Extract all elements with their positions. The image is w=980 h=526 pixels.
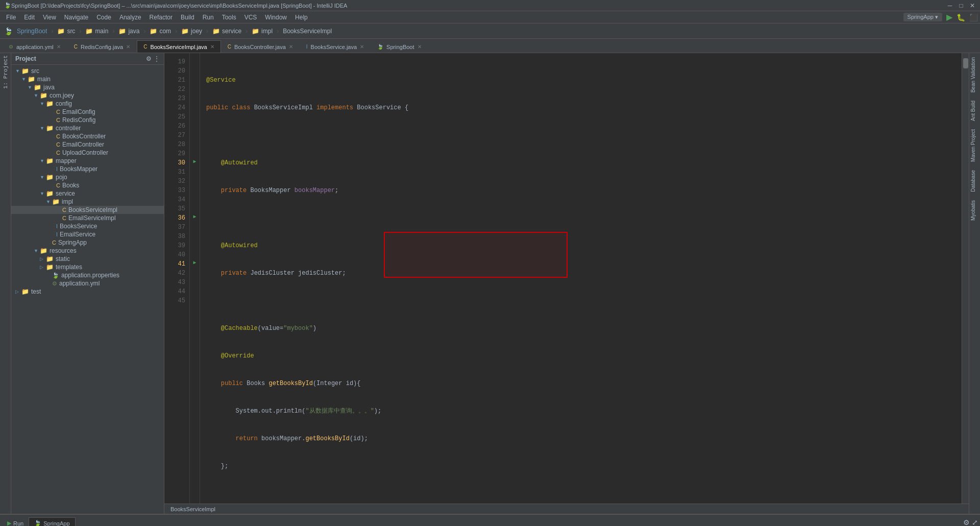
tree-item-appprops[interactable]: ▷ 🍃 application.properties [11,271,164,279]
tree-item-templates[interactable]: ▷ 📁 templates [11,263,164,271]
minimize-button[interactable]: ─ [946,2,953,9]
close-booksserviceimpl[interactable]: ✕ [210,44,214,50]
code-wrapper: 19 20 21 22 23 24 25 26 27 28 29 30 31 3… [164,53,969,504]
tree-item-emailcontroller[interactable]: ▷ C EmailController [11,140,164,149]
bottom-tab-run[interactable]: ▶ Run [2,518,29,526]
tree-item-java[interactable]: ▼ 📁 java [11,83,164,91]
bottom-expand-icon[interactable]: ⤢ [972,518,978,526]
menu-bar: File Edit View Navigate Code Analyze Ref… [0,11,980,23]
project-icon[interactable]: 1: Project [3,55,9,89]
tree-item-impl[interactable]: ▼ 📁 impl [11,198,164,206]
stop-button[interactable]: ⬛ [969,13,978,21]
bean-validation-panel[interactable]: Bean Validation [969,53,980,97]
tab-bar: ⚙ application.yml ✕ C RedisConfig.java ✕… [0,39,980,53]
database-panel[interactable]: Database [969,166,980,196]
tree-item-controller[interactable]: ▼ 📁 controller [11,124,164,132]
tab-applicationyml[interactable]: ⚙ application.yml ✕ [2,40,67,53]
menu-code[interactable]: Code [92,13,115,22]
menu-refactor[interactable]: Refactor [145,13,177,22]
project-gear-icon[interactable]: ⋮ [154,55,160,62]
tab-redisconfig[interactable]: C RedisConfig.java ✕ [67,40,137,53]
code-line-33: }; [206,462,955,471]
menu-window[interactable]: Window [261,13,291,22]
breadcrumb-springboot[interactable]: SpringBoot [15,27,49,36]
tree-item-emailservice[interactable]: ▷ I EmailService [11,230,164,238]
project-settings-icon[interactable]: ⚙ [146,55,152,62]
bottom-settings-icon[interactable]: ⚙ [963,518,970,526]
menu-run[interactable]: Run [199,13,218,22]
line-numbers: 19 20 21 22 23 24 25 26 27 28 29 30 31 3… [164,53,190,504]
code-line-26: private JedisCluster jedisCluster; [206,269,955,278]
run-button[interactable]: ▶ [946,12,952,22]
breadcrumb-impl[interactable]: 📁impl [250,27,275,36]
breadcrumb-joey[interactable]: 📁joey [179,27,204,36]
breadcrumb-java[interactable]: 📁java [116,27,141,36]
breadcrumb-main[interactable]: 📁main [83,27,110,36]
code-line-28: @Cacheable(value="mybook") [206,324,955,333]
code-line-25: @Autowired [206,241,955,250]
breadcrumb-service[interactable]: 📁service [210,27,243,36]
title-bar-text: SpringBoot [D:\IdeaProjects\fcy\SpringBo… [11,3,347,9]
bottom-tab-springapp[interactable]: 🍃 SpringApp [29,517,75,526]
close-redisconfig[interactable]: ✕ [126,44,130,50]
menu-analyze[interactable]: Analyze [115,13,145,22]
menu-file[interactable]: File [2,13,20,22]
tree-item-booksmapper[interactable]: ▷ I BooksMapper [11,165,164,173]
menu-navigate[interactable]: Navigate [60,13,92,22]
tree-item-resources[interactable]: ▼ 📁 resources [11,247,164,255]
tree-item-booksserviceimpl[interactable]: ▷ C BooksServiceImpl [11,206,164,214]
breadcrumb-src[interactable]: 📁src [55,27,77,36]
tree-item-booksservice[interactable]: ▷ I BooksService [11,222,164,230]
tab-booksserviceimpl[interactable]: C BooksServiceImpl.java ✕ [137,40,221,53]
tree-item-main[interactable]: ▼ 📁 main [11,75,164,83]
breadcrumb-com[interactable]: 📁com [148,27,173,36]
tree-item-appyml[interactable]: ▷ ⚙ application.yml [11,279,164,288]
tree-item-redisconfig[interactable]: ▷ C RedisConfig [11,116,164,124]
close-applicationyml[interactable]: ✕ [57,44,61,50]
code-line-24 [206,213,955,223]
left-toolstrip: 1: Project [0,53,11,514]
maven-project-panel[interactable]: Maven Project [969,125,980,166]
project-tree: ▼ 📁 src ▼ 📁 main ▼ 📁 java ▼ [11,65,164,514]
ant-build-panel[interactable]: Ant Build [969,97,980,125]
debug-button[interactable]: 🐛 [957,13,965,21]
tab-booksservice[interactable]: I BooksService.java ✕ [300,40,371,53]
menu-help[interactable]: Help [291,13,312,22]
close-bookscontroller[interactable]: ✕ [289,44,293,50]
tab-springboot[interactable]: 🍃 SpringBoot ✕ [371,40,428,53]
project-header: Project ⚙ ⋮ [11,53,164,65]
tree-item-pojo[interactable]: ▼ 📁 pojo [11,173,164,181]
code-line-34 [206,489,955,498]
tree-item-src[interactable]: ▼ 📁 src [11,67,164,75]
breadcrumb-file[interactable]: BooksServiceImpl [281,27,334,36]
tree-item-test[interactable]: ▷ 📁 test [11,288,164,296]
nav-bar: 🍃 SpringBoot › 📁src › 📁main › 📁java › 📁c… [0,23,980,39]
code-line-19: @Service [206,76,955,85]
menu-view[interactable]: View [39,13,60,22]
tree-item-config[interactable]: ▼ 📁 config [11,100,164,108]
close-booksservice[interactable]: ✕ [360,44,364,50]
menu-tools[interactable]: Tools [218,13,240,22]
tree-item-springapp[interactable]: ▷ C SpringApp [11,238,164,247]
tree-item-comjoey[interactable]: ▼ 📁 com.joey [11,91,164,100]
menu-vcs[interactable]: VCS [240,13,261,22]
tree-item-service[interactable]: ▼ 📁 service [11,189,164,198]
tree-item-bookscontroller[interactable]: ▷ C BooksController [11,132,164,140]
run-config-label: SpringApp ▾ [903,13,942,21]
close-button[interactable]: ✕ [969,2,976,9]
mybatis-panel[interactable]: Myobatis [969,196,980,225]
tree-item-emailconfig[interactable]: ▷ C EmailConfig [11,108,164,116]
tree-item-mapper[interactable]: ▼ 📁 mapper [11,157,164,165]
close-springboot[interactable]: ✕ [418,44,422,50]
right-sidebar: Bean Validation Ant Build Maven Project … [969,53,980,514]
tree-item-emailserviceimpl[interactable]: ▷ C EmailServiceImpl [11,214,164,222]
project-panel: Project ⚙ ⋮ ▼ 📁 src ▼ 📁 main [11,53,164,514]
maximize-button[interactable]: □ [958,2,965,9]
tree-item-books[interactable]: ▷ C Books [11,181,164,189]
menu-edit[interactable]: Edit [20,13,39,22]
menu-build[interactable]: Build [177,13,199,22]
tree-item-static[interactable]: ▷ 📁 static [11,255,164,263]
code-content[interactable]: @Service public class BooksServiceImpl i… [200,53,962,504]
tree-item-uploadcontroller[interactable]: ▷ C UploadController [11,149,164,157]
tab-bookscontroller[interactable]: C BooksController.java ✕ [221,40,300,53]
